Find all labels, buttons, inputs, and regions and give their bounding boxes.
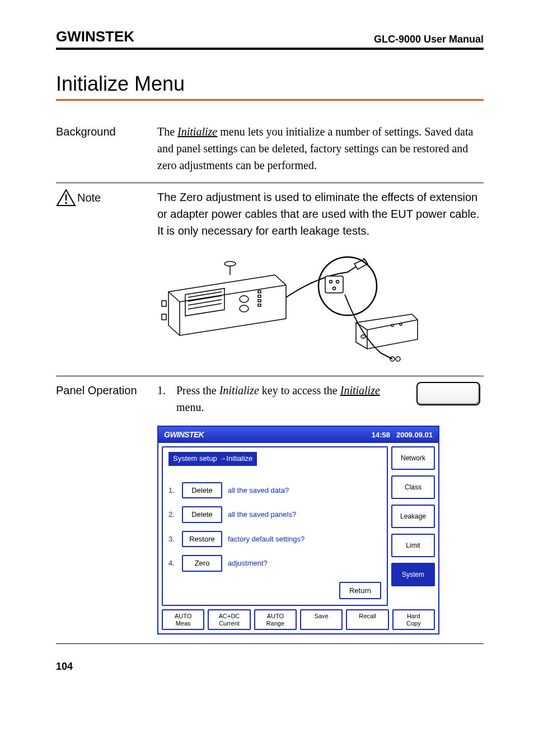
page-number: 104 [56,661,484,673]
svg-rect-15 [162,301,166,306]
row-index: 4. [168,558,176,569]
svg-marker-3 [168,275,286,335]
panel-operation-label: Panel Operation [56,376,157,644]
row-index: 2. [168,509,176,520]
screenshot-time: 14:58 [372,431,390,439]
device-screenshot: GWINSTEK 14:58 2009.09.01 System setup →… [157,426,439,634]
svg-rect-11 [258,291,261,293]
screenshot-brand: GWINSTEK [164,429,204,441]
row-index: 3. [168,534,176,545]
step-number: 1. [157,382,168,416]
note-text: The Zero adjustment is used to eliminate… [157,183,484,376]
svg-point-25 [333,287,336,290]
svg-point-9 [240,296,249,302]
bottom-save-button[interactable]: Save [300,609,343,630]
svg-point-31 [396,357,400,361]
row-label: factory default settings? [228,534,305,545]
step-text: Press the Initialize key to access the I… [176,382,400,416]
svg-rect-22 [325,276,343,293]
svg-point-23 [330,281,332,283]
side-system-button[interactable]: System [391,563,435,586]
screenshot-date: 2009.09.01 [396,431,433,439]
zero-button[interactable]: Zero [182,555,222,572]
bottom-auto-range-button[interactable]: AUTORange [254,609,297,630]
svg-point-10 [240,305,249,312]
svg-rect-13 [258,300,261,302]
page-header: GWINSTEK GLC-9000 User Manual [56,28,484,50]
bottom-acdc-current-button[interactable]: AC+DCCurrent [208,609,250,630]
restore-button[interactable]: Restore [182,531,222,548]
svg-point-24 [336,281,339,283]
delete-panels-button[interactable]: Delete [182,506,222,523]
svg-point-27 [391,324,394,326]
manual-title: GLC-9000 User Manual [374,34,484,45]
row-index: 1. [168,485,176,496]
row-label: adjustment? [228,558,268,569]
device-diagram [157,247,420,365]
side-limit-button[interactable]: Limit [391,534,435,557]
svg-point-28 [400,323,402,325]
section-title: Initialize Menu [56,72,484,101]
svg-point-17 [224,262,236,266]
bottom-hardcopy-button[interactable]: HardCopy [392,609,435,630]
svg-rect-12 [258,295,261,297]
brand-logo: GWINSTEK [56,28,134,45]
breadcrumb: System setup →Initialize [168,452,257,466]
bottom-recall-button[interactable]: Recall [346,609,388,630]
note-label: Note [56,189,101,207]
svg-marker-26 [356,314,418,349]
return-button[interactable]: Return [339,582,381,600]
initialize-key-illustration [416,382,480,405]
delete-data-button[interactable]: Delete [182,482,222,499]
background-text: The Initialize menu lets you initialize … [157,118,484,183]
side-leakage-button[interactable]: Leakage [391,505,435,528]
row-label: all the saved data? [228,485,289,496]
background-label: Background [56,118,157,183]
warning-icon [56,189,76,207]
bottom-auto-meas-button[interactable]: AUTOMeas [162,609,204,630]
side-class-button[interactable]: Class [391,475,435,499]
row-label: all the saved panels? [228,509,296,520]
side-network-button[interactable]: Network [391,446,435,470]
svg-point-2 [65,202,67,204]
svg-rect-14 [258,304,261,306]
svg-rect-16 [162,314,166,320]
